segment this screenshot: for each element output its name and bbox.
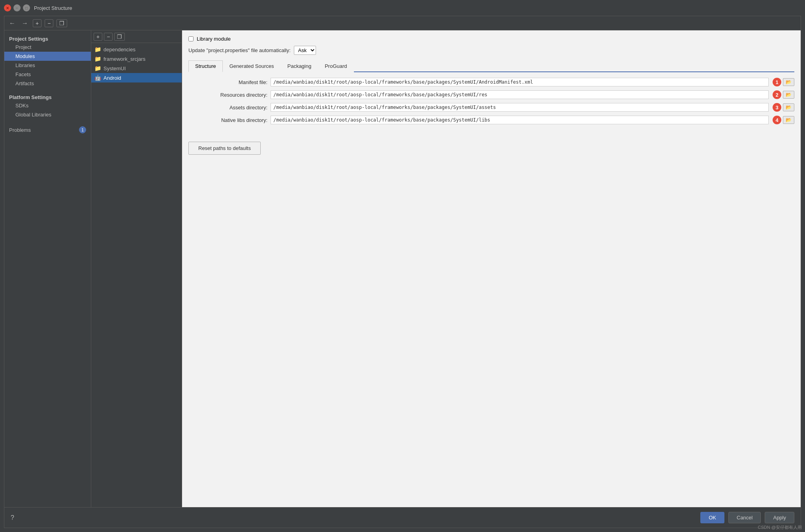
resources-directory-label: Resources directory:	[188, 92, 267, 98]
window-title: Project Structure	[34, 5, 72, 11]
main-window: ← → + − ❐ Project Settings Project Modul…	[4, 16, 801, 528]
resources-directory-row: Resources directory: 2 📂	[188, 90, 794, 99]
folder-icon: 📁	[94, 65, 101, 71]
sidebar-item-project[interactable]: Project	[4, 43, 91, 52]
native-libs-directory-row: Native libs directory: 4 📂	[188, 116, 794, 124]
module-item-android[interactable]: 🤖 Android	[91, 73, 182, 82]
update-row: Update "project.properties" file automat…	[188, 46, 794, 55]
assets-directory-input[interactable]	[271, 103, 769, 112]
ok-button[interactable]: OK	[700, 512, 724, 523]
native-libs-browse-button[interactable]: 📂	[783, 116, 794, 124]
native-libs-directory-value-container: 4 📂	[271, 116, 794, 124]
module-label-dependencies: dependencies	[103, 47, 135, 52]
update-label: Update "project.properties" file automat…	[188, 47, 291, 53]
manifest-browse-button[interactable]: 📂	[783, 78, 794, 86]
library-module-label[interactable]: Library module	[197, 36, 231, 42]
window-controls: ✕ − □	[4, 4, 30, 11]
native-libs-directory-input[interactable]	[271, 116, 769, 124]
platform-settings-label: Platform Settings	[4, 92, 91, 101]
resources-badge: 2	[773, 90, 781, 99]
manifest-badge: 1	[773, 78, 781, 86]
project-settings-label: Project Settings	[4, 34, 91, 43]
manifest-file-input[interactable]	[271, 78, 769, 86]
sidebar-item-global-libraries[interactable]: Global Libraries	[4, 110, 91, 119]
module-panel: + − ❐ 📁 dependencies 📁 framework_srcjars…	[91, 30, 182, 507]
remove-button[interactable]: −	[45, 19, 53, 27]
help-button[interactable]: ?	[11, 514, 14, 521]
problems-label: Problems	[9, 127, 31, 133]
minimize-button[interactable]: −	[13, 4, 21, 11]
content-area: Project Settings Project Modules Librari…	[4, 30, 801, 507]
resources-directory-value-container: 2 📂	[271, 90, 794, 99]
sidebar: Project Settings Project Modules Librari…	[4, 30, 91, 507]
reset-button-container: Reset paths to defaults	[188, 136, 794, 155]
module-toolbar: + − ❐	[91, 30, 182, 43]
library-module-row: Library module	[188, 36, 794, 42]
module-add-button[interactable]: +	[94, 33, 102, 41]
folder-icon: 📁	[94, 46, 101, 52]
action-buttons: OK Cancel Apply	[700, 512, 794, 523]
resources-browse-button[interactable]: 📂	[783, 91, 794, 99]
android-icon: 🤖	[94, 75, 101, 81]
assets-directory-value-container: 3 📂	[271, 103, 794, 112]
add-button[interactable]: +	[33, 19, 41, 27]
cancel-button[interactable]: Cancel	[728, 512, 761, 523]
sidebar-item-sdks[interactable]: SDKs	[4, 101, 91, 110]
native-libs-badge: 4	[773, 116, 781, 124]
module-label-framework-srcjars: framework_srcjars	[103, 56, 145, 62]
reset-paths-button[interactable]: Reset paths to defaults	[188, 142, 261, 155]
module-item-framework-srcjars[interactable]: 📁 framework_srcjars	[91, 54, 182, 64]
module-copy-button[interactable]: ❐	[114, 33, 125, 41]
sidebar-item-problems[interactable]: Problems 1	[4, 125, 91, 135]
close-button[interactable]: ✕	[4, 4, 11, 11]
module-item-systemui[interactable]: 📁 SystemUI	[91, 64, 182, 73]
nav-bar: ← → + − ❐	[4, 16, 801, 30]
tab-packaging[interactable]: Packaging	[280, 60, 318, 72]
tab-generated-sources[interactable]: Generated Sources	[223, 60, 281, 72]
assets-badge: 3	[773, 103, 781, 112]
sidebar-item-artifacts[interactable]: Artifacts	[4, 79, 91, 88]
title-bar: ✕ − □ Project Structure	[0, 0, 805, 16]
library-module-checkbox[interactable]	[188, 36, 194, 41]
back-button[interactable]: ←	[8, 19, 17, 28]
main-content-panel: Library module Update "project.propertie…	[182, 30, 801, 507]
module-remove-button[interactable]: −	[104, 33, 113, 41]
module-label-android: Android	[103, 75, 121, 81]
problems-badge: 1	[79, 126, 86, 133]
assets-directory-label: Assets directory:	[188, 105, 267, 111]
assets-browse-button[interactable]: 📂	[783, 103, 794, 111]
tab-structure[interactable]: Structure	[188, 60, 223, 72]
update-select[interactable]: Ask Yes No	[294, 46, 316, 55]
copy-button[interactable]: ❐	[56, 19, 67, 27]
assets-directory-row: Assets directory: 3 📂	[188, 103, 794, 112]
maximize-button[interactable]: □	[23, 4, 30, 11]
folder-icon: 📁	[94, 56, 101, 62]
sidebar-item-facets[interactable]: Facets	[4, 70, 91, 79]
resources-directory-input[interactable]	[271, 90, 769, 99]
tab-proguard[interactable]: ProGuard	[318, 60, 354, 72]
apply-button[interactable]: Apply	[765, 512, 794, 523]
native-libs-directory-label: Native libs directory:	[188, 117, 267, 123]
manifest-file-row: Manifest file: 1 📂	[188, 78, 794, 86]
watermark: CSDN @安仔都有人用	[758, 525, 802, 530]
bottom-bar: ? OK Cancel Apply	[4, 507, 801, 528]
module-label-systemui: SystemUI	[103, 66, 126, 71]
sidebar-item-modules[interactable]: Modules	[4, 52, 91, 61]
sidebar-item-libraries[interactable]: Libraries	[4, 61, 91, 70]
forward-button[interactable]: →	[20, 19, 30, 28]
module-item-dependencies[interactable]: 📁 dependencies	[91, 45, 182, 54]
module-list: 📁 dependencies 📁 framework_srcjars 📁 Sys…	[91, 43, 182, 507]
manifest-file-value-container: 1 📂	[271, 78, 794, 86]
tab-bar: Structure Generated Sources Packaging Pr…	[188, 60, 794, 72]
manifest-file-label: Manifest file:	[188, 79, 267, 85]
